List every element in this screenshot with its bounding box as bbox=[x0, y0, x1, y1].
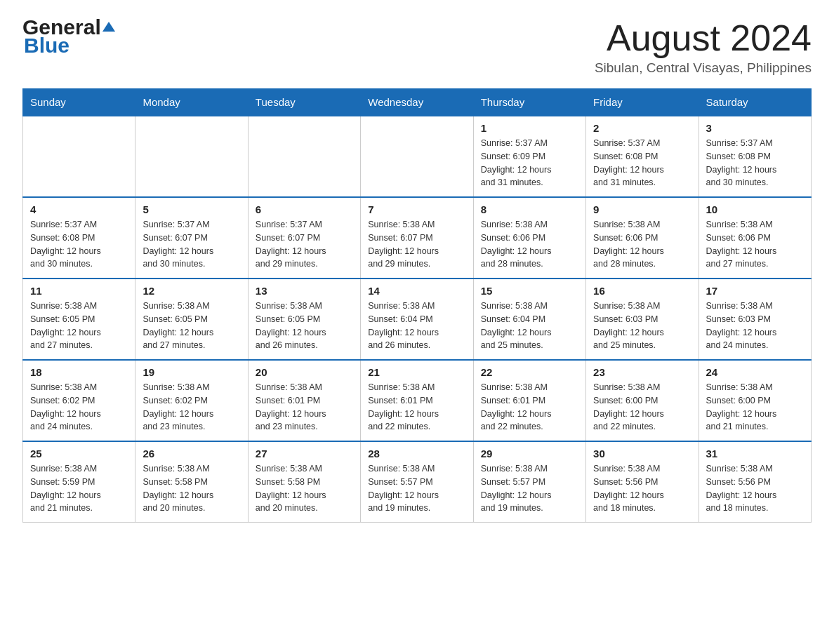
calendar-table: SundayMondayTuesdayWednesdayThursdayFrid… bbox=[22, 88, 812, 523]
day-number: 9 bbox=[593, 203, 691, 215]
day-of-week-header: Tuesday bbox=[248, 89, 360, 116]
day-info: Sunrise: 5:38 AMSunset: 6:06 PMDaylight:… bbox=[481, 218, 578, 271]
day-number: 25 bbox=[30, 448, 128, 459]
day-info: Sunrise: 5:38 AMSunset: 6:05 PMDaylight:… bbox=[143, 300, 240, 352]
calendar-day-cell: 22Sunrise: 5:38 AMSunset: 6:01 PMDayligh… bbox=[473, 360, 585, 441]
location-text: Sibulan, Central Visayas, Philippines bbox=[595, 60, 812, 76]
calendar-day-cell: 17Sunrise: 5:38 AMSunset: 6:03 PMDayligh… bbox=[699, 279, 811, 360]
day-number: 15 bbox=[481, 285, 578, 297]
day-info: Sunrise: 5:38 AMSunset: 6:03 PMDaylight:… bbox=[593, 300, 691, 352]
day-info: Sunrise: 5:38 AMSunset: 6:01 PMDaylight:… bbox=[256, 381, 353, 434]
calendar-week-row: 4Sunrise: 5:37 AMSunset: 6:08 PMDaylight… bbox=[23, 197, 812, 279]
calendar-day-cell: 19Sunrise: 5:38 AMSunset: 6:02 PMDayligh… bbox=[135, 360, 248, 441]
day-info: Sunrise: 5:38 AMSunset: 5:57 PMDaylight:… bbox=[368, 462, 465, 515]
calendar-day-cell: 29Sunrise: 5:38 AMSunset: 5:57 PMDayligh… bbox=[473, 441, 585, 523]
day-number: 19 bbox=[143, 366, 240, 378]
calendar-day-cell: 30Sunrise: 5:38 AMSunset: 5:56 PMDayligh… bbox=[586, 441, 699, 523]
day-info: Sunrise: 5:37 AMSunset: 6:07 PMDaylight:… bbox=[256, 218, 353, 271]
calendar-day-cell: 5Sunrise: 5:37 AMSunset: 6:07 PMDaylight… bbox=[135, 197, 248, 279]
day-info: Sunrise: 5:37 AMSunset: 6:08 PMDaylight:… bbox=[706, 137, 804, 189]
day-number: 17 bbox=[706, 285, 804, 297]
day-info: Sunrise: 5:38 AMSunset: 5:58 PMDaylight:… bbox=[143, 462, 240, 515]
day-info: Sunrise: 5:37 AMSunset: 6:08 PMDaylight:… bbox=[593, 137, 691, 189]
calendar-day-cell: 11Sunrise: 5:38 AMSunset: 6:05 PMDayligh… bbox=[23, 279, 135, 360]
calendar-day-cell: 20Sunrise: 5:38 AMSunset: 6:01 PMDayligh… bbox=[248, 360, 360, 441]
calendar-day-cell: 21Sunrise: 5:38 AMSunset: 6:01 PMDayligh… bbox=[361, 360, 473, 441]
day-info: Sunrise: 5:38 AMSunset: 5:57 PMDaylight:… bbox=[481, 462, 578, 515]
calendar-week-row: 25Sunrise: 5:38 AMSunset: 5:59 PMDayligh… bbox=[23, 441, 812, 523]
day-info: Sunrise: 5:38 AMSunset: 6:06 PMDaylight:… bbox=[593, 218, 691, 271]
day-number: 26 bbox=[143, 448, 240, 459]
day-info: Sunrise: 5:38 AMSunset: 6:06 PMDaylight:… bbox=[706, 218, 804, 271]
day-number: 21 bbox=[368, 366, 465, 378]
day-number: 20 bbox=[256, 366, 353, 378]
calendar-day-cell: 3Sunrise: 5:37 AMSunset: 6:08 PMDaylight… bbox=[699, 116, 811, 197]
day-number: 5 bbox=[143, 203, 240, 215]
logo: General Blue bbox=[22, 17, 115, 58]
day-number: 8 bbox=[481, 203, 578, 215]
day-number: 24 bbox=[706, 366, 804, 378]
calendar-day-cell: 13Sunrise: 5:38 AMSunset: 6:05 PMDayligh… bbox=[248, 279, 360, 360]
day-number: 29 bbox=[481, 448, 578, 459]
day-number: 31 bbox=[706, 448, 804, 459]
calendar-day-cell: 4Sunrise: 5:37 AMSunset: 6:08 PMDaylight… bbox=[23, 197, 135, 279]
calendar-header-row: SundayMondayTuesdayWednesdayThursdayFrid… bbox=[23, 89, 812, 116]
day-info: Sunrise: 5:38 AMSunset: 5:59 PMDaylight:… bbox=[30, 462, 128, 515]
calendar-day-cell bbox=[361, 116, 473, 197]
calendar-day-cell bbox=[135, 116, 248, 197]
day-info: Sunrise: 5:38 AMSunset: 6:02 PMDaylight:… bbox=[143, 381, 240, 434]
calendar-day-cell: 24Sunrise: 5:38 AMSunset: 6:00 PMDayligh… bbox=[699, 360, 811, 441]
day-info: Sunrise: 5:38 AMSunset: 6:03 PMDaylight:… bbox=[706, 300, 804, 352]
day-number: 3 bbox=[706, 122, 804, 134]
day-of-week-header: Monday bbox=[135, 89, 248, 116]
day-info: Sunrise: 5:38 AMSunset: 6:00 PMDaylight:… bbox=[706, 381, 804, 434]
day-number: 16 bbox=[593, 285, 691, 297]
calendar-day-cell: 9Sunrise: 5:38 AMSunset: 6:06 PMDaylight… bbox=[586, 197, 699, 279]
day-number: 1 bbox=[481, 122, 578, 134]
calendar-day-cell: 2Sunrise: 5:37 AMSunset: 6:08 PMDaylight… bbox=[586, 116, 699, 197]
day-info: Sunrise: 5:38 AMSunset: 5:56 PMDaylight:… bbox=[706, 462, 804, 515]
day-info: Sunrise: 5:38 AMSunset: 6:05 PMDaylight:… bbox=[256, 300, 353, 352]
day-of-week-header: Saturday bbox=[699, 89, 811, 116]
day-info: Sunrise: 5:38 AMSunset: 6:07 PMDaylight:… bbox=[368, 218, 465, 271]
day-number: 12 bbox=[143, 285, 240, 297]
calendar-day-cell: 15Sunrise: 5:38 AMSunset: 6:04 PMDayligh… bbox=[473, 279, 585, 360]
calendar-day-cell: 18Sunrise: 5:38 AMSunset: 6:02 PMDayligh… bbox=[23, 360, 135, 441]
calendar-day-cell: 31Sunrise: 5:38 AMSunset: 5:56 PMDayligh… bbox=[699, 441, 811, 523]
day-info: Sunrise: 5:38 AMSunset: 6:05 PMDaylight:… bbox=[30, 300, 128, 352]
day-number: 28 bbox=[368, 448, 465, 459]
month-year-title: August 2024 bbox=[595, 17, 812, 59]
calendar-day-cell: 8Sunrise: 5:38 AMSunset: 6:06 PMDaylight… bbox=[473, 197, 585, 279]
calendar-week-row: 11Sunrise: 5:38 AMSunset: 6:05 PMDayligh… bbox=[23, 279, 812, 360]
day-info: Sunrise: 5:38 AMSunset: 6:04 PMDaylight:… bbox=[481, 300, 578, 352]
day-number: 18 bbox=[30, 366, 128, 378]
calendar-day-cell: 25Sunrise: 5:38 AMSunset: 5:59 PMDayligh… bbox=[23, 441, 135, 523]
calendar-day-cell: 14Sunrise: 5:38 AMSunset: 6:04 PMDayligh… bbox=[361, 279, 473, 360]
day-number: 6 bbox=[256, 203, 353, 215]
day-number: 10 bbox=[706, 203, 804, 215]
calendar-day-cell: 7Sunrise: 5:38 AMSunset: 6:07 PMDaylight… bbox=[361, 197, 473, 279]
day-number: 11 bbox=[30, 285, 128, 297]
calendar-day-cell: 10Sunrise: 5:38 AMSunset: 6:06 PMDayligh… bbox=[699, 197, 811, 279]
day-info: Sunrise: 5:38 AMSunset: 6:04 PMDaylight:… bbox=[368, 300, 465, 352]
day-of-week-header: Wednesday bbox=[361, 89, 473, 116]
day-number: 27 bbox=[256, 448, 353, 459]
calendar-day-cell: 16Sunrise: 5:38 AMSunset: 6:03 PMDayligh… bbox=[586, 279, 699, 360]
day-info: Sunrise: 5:37 AMSunset: 6:09 PMDaylight:… bbox=[481, 137, 578, 189]
title-section: August 2024 Sibulan, Central Visayas, Ph… bbox=[595, 17, 812, 76]
day-info: Sunrise: 5:38 AMSunset: 5:56 PMDaylight:… bbox=[593, 462, 691, 515]
day-of-week-header: Friday bbox=[586, 89, 699, 116]
day-info: Sunrise: 5:38 AMSunset: 6:02 PMDaylight:… bbox=[30, 381, 128, 434]
page-header: General Blue August 2024 Sibulan, Centra… bbox=[22, 17, 812, 76]
calendar-day-cell: 1Sunrise: 5:37 AMSunset: 6:09 PMDaylight… bbox=[473, 116, 585, 197]
day-number: 7 bbox=[368, 203, 465, 215]
day-number: 30 bbox=[593, 448, 691, 459]
calendar-day-cell: 12Sunrise: 5:38 AMSunset: 6:05 PMDayligh… bbox=[135, 279, 248, 360]
calendar-day-cell bbox=[23, 116, 135, 197]
day-of-week-header: Sunday bbox=[23, 89, 135, 116]
day-number: 23 bbox=[593, 366, 691, 378]
day-info: Sunrise: 5:38 AMSunset: 6:01 PMDaylight:… bbox=[481, 381, 578, 434]
day-info: Sunrise: 5:38 AMSunset: 6:00 PMDaylight:… bbox=[593, 381, 691, 434]
day-info: Sunrise: 5:38 AMSunset: 5:58 PMDaylight:… bbox=[256, 462, 353, 515]
calendar-day-cell: 27Sunrise: 5:38 AMSunset: 5:58 PMDayligh… bbox=[248, 441, 360, 523]
